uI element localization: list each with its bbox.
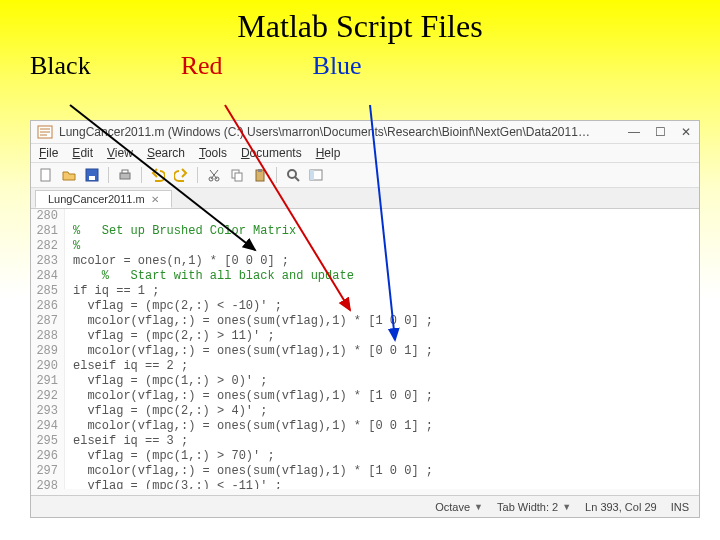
svg-rect-1: [41, 169, 50, 181]
code-line[interactable]: 282%: [31, 239, 699, 254]
editor-window: LungCancer2011.m (Windows (C:) Users\mar…: [30, 120, 700, 518]
line-number: 288: [31, 329, 65, 344]
print-icon[interactable]: [116, 166, 134, 184]
code-line[interactable]: 288 vflag = (mpc(2,:) > 11)' ;: [31, 329, 699, 344]
chevron-down-icon: ▼: [562, 502, 571, 512]
code-text: vflag = (mpc(1,:) > 0)' ;: [65, 374, 267, 389]
undo-icon[interactable]: [149, 166, 167, 184]
code-text: mcolor = ones(n,1) * [0 0 0] ;: [65, 254, 289, 269]
cut-icon[interactable]: [205, 166, 223, 184]
svg-rect-3: [89, 176, 95, 180]
save-icon[interactable]: [83, 166, 101, 184]
menu-documents[interactable]: Documents: [241, 146, 302, 160]
svg-rect-14: [310, 170, 314, 180]
code-line[interactable]: 291 vflag = (mpc(1,:) > 0)' ;: [31, 374, 699, 389]
menubar: File Edit View Search Tools Documents He…: [31, 144, 699, 163]
code-editor[interactable]: 280281% Set up Brushed Color Matrix282%2…: [31, 209, 699, 489]
code-line[interactable]: 293 vflag = (mpc(2,:) > 4)' ;: [31, 404, 699, 419]
code-line[interactable]: 296 vflag = (mpc(1,:) > 70)' ;: [31, 449, 699, 464]
toolbar-separator: [108, 167, 109, 183]
label-blue: Blue: [313, 51, 362, 81]
toolbar-separator: [276, 167, 277, 183]
line-number: 293: [31, 404, 65, 419]
close-button[interactable]: ✕: [679, 125, 693, 139]
line-number: 281: [31, 224, 65, 239]
code-line[interactable]: 298 vflag = (mpc(3,:) < -11)' ;: [31, 479, 699, 489]
tab-close-icon[interactable]: ✕: [151, 194, 159, 205]
slide-title: Matlab Script Files: [0, 0, 720, 45]
status-mode[interactable]: Octave▼: [435, 501, 483, 513]
menu-tools[interactable]: Tools: [199, 146, 227, 160]
line-number: 296: [31, 449, 65, 464]
svg-rect-4: [120, 173, 130, 179]
code-text: mcolor(vflag,:) = ones(sum(vflag),1) * […: [65, 389, 433, 404]
line-number: 291: [31, 374, 65, 389]
menu-file[interactable]: File: [39, 146, 58, 160]
code-line[interactable]: 281% Set up Brushed Color Matrix: [31, 224, 699, 239]
menu-edit[interactable]: Edit: [72, 146, 93, 160]
code-text: elseif iq == 3 ;: [65, 434, 188, 449]
line-number: 289: [31, 344, 65, 359]
code-line[interactable]: 285if iq == 1 ;: [31, 284, 699, 299]
menu-view[interactable]: View: [107, 146, 133, 160]
line-number: 285: [31, 284, 65, 299]
svg-rect-9: [235, 173, 242, 181]
app-icon: [37, 124, 53, 140]
code-text: % Start with all black and update: [65, 269, 354, 284]
code-text: vflag = (mpc(2,:) > 4)' ;: [65, 404, 267, 419]
menu-help[interactable]: Help: [316, 146, 341, 160]
line-number: 286: [31, 299, 65, 314]
code-line[interactable]: 290elseif iq == 2 ;: [31, 359, 699, 374]
svg-rect-11: [258, 169, 262, 172]
code-line[interactable]: 292 mcolor(vflag,:) = ones(sum(vflag),1)…: [31, 389, 699, 404]
code-text: mcolor(vflag,:) = ones(sum(vflag),1) * […: [65, 464, 433, 479]
code-text: vflag = (mpc(3,:) < -11)' ;: [65, 479, 282, 489]
paste-icon[interactable]: [251, 166, 269, 184]
line-number: 282: [31, 239, 65, 254]
line-number: 290: [31, 359, 65, 374]
code-line[interactable]: 294 mcolor(vflag,:) = ones(sum(vflag),1)…: [31, 419, 699, 434]
chevron-down-icon: ▼: [474, 502, 483, 512]
tab-active[interactable]: LungCancer2011.m ✕: [35, 190, 172, 208]
tab-bar: LungCancer2011.m ✕: [31, 188, 699, 209]
code-text: [65, 209, 73, 224]
label-black: Black: [30, 51, 91, 81]
code-line[interactable]: 283mcolor = ones(n,1) * [0 0 0] ;: [31, 254, 699, 269]
line-number: 295: [31, 434, 65, 449]
window-title: LungCancer2011.m (Windows (C:) Users\mar…: [59, 125, 627, 139]
status-bar: Octave▼ Tab Width: 2▼ Ln 393, Col 29 INS: [31, 495, 699, 517]
toolbar: [31, 163, 699, 188]
code-line[interactable]: 295elseif iq == 3 ;: [31, 434, 699, 449]
line-number: 283: [31, 254, 65, 269]
code-line[interactable]: 289 mcolor(vflag,:) = ones(sum(vflag),1)…: [31, 344, 699, 359]
open-file-icon[interactable]: [60, 166, 78, 184]
line-number: 284: [31, 269, 65, 284]
code-line[interactable]: 287 mcolor(vflag,:) = ones(sum(vflag),1)…: [31, 314, 699, 329]
status-tabwidth[interactable]: Tab Width: 2▼: [497, 501, 571, 513]
tab-label: LungCancer2011.m: [48, 193, 145, 205]
code-text: vflag = (mpc(2,:) < -10)' ;: [65, 299, 282, 314]
line-number: 297: [31, 464, 65, 479]
line-number: 287: [31, 314, 65, 329]
minimize-button[interactable]: —: [627, 125, 641, 139]
line-number: 298: [31, 479, 65, 489]
code-line[interactable]: 297 mcolor(vflag,:) = ones(sum(vflag),1)…: [31, 464, 699, 479]
color-labels: Black Red Blue: [0, 45, 720, 91]
search-icon[interactable]: [284, 166, 302, 184]
menu-search[interactable]: Search: [147, 146, 185, 160]
svg-rect-5: [122, 170, 128, 173]
toolbar-separator: [141, 167, 142, 183]
maximize-button[interactable]: ☐: [653, 125, 667, 139]
line-number: 280: [31, 209, 65, 224]
new-file-icon[interactable]: [37, 166, 55, 184]
code-line[interactable]: 286 vflag = (mpc(2,:) < -10)' ;: [31, 299, 699, 314]
toolbar-separator: [197, 167, 198, 183]
copy-icon[interactable]: [228, 166, 246, 184]
redo-icon[interactable]: [172, 166, 190, 184]
code-text: mcolor(vflag,:) = ones(sum(vflag),1) * […: [65, 314, 433, 329]
code-line[interactable]: 280: [31, 209, 699, 224]
status-insert: INS: [671, 501, 689, 513]
code-text: vflag = (mpc(1,:) > 70)' ;: [65, 449, 275, 464]
settings-pane-icon[interactable]: [307, 166, 325, 184]
code-line[interactable]: 284 % Start with all black and update: [31, 269, 699, 284]
